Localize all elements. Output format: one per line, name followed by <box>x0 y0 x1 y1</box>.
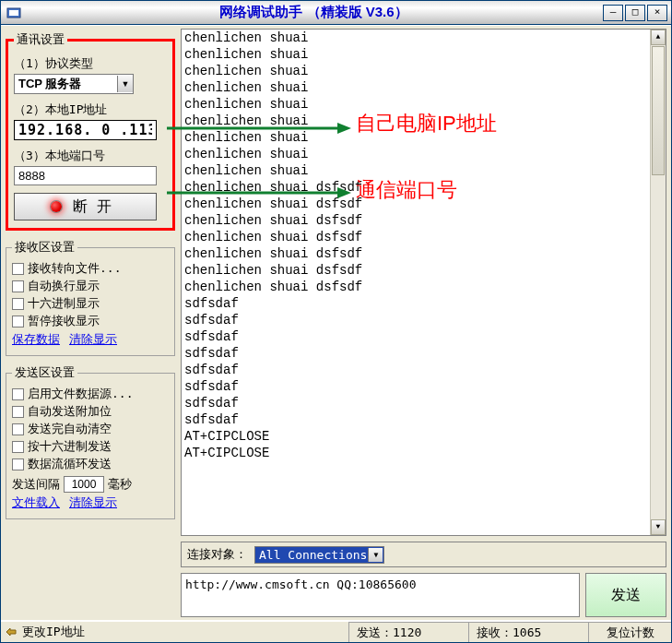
right-panel: chenlichen shuai chenlichen shuai chenli… <box>181 29 666 617</box>
load-file-link[interactable]: 文件载入 <box>12 494 60 511</box>
pause-recv-checkbox[interactable]: 暂停接收显示 <box>12 313 169 329</box>
send-settings-group: 发送区设置 启用文件数据源... 自动发送附加位 发送完自动清空 按十六进制发送… <box>6 364 175 519</box>
connection-target-select[interactable]: All Connections <box>254 546 384 564</box>
disconnect-label: 断开 <box>73 197 121 217</box>
scrollbar[interactable]: ▲ ▼ <box>650 30 666 535</box>
interval-label-pre: 发送间隔 <box>12 476 60 493</box>
local-port-input[interactable] <box>14 166 157 185</box>
interval-input[interactable] <box>64 476 104 493</box>
window-title: 网络调试助手 （精装版 V3.6） <box>25 4 603 21</box>
client-area: 通讯设置 （1）协议类型 TCP 服务器 ▼ （2）本地IP地址 （3）本地端口… <box>1 25 671 620</box>
maximize-button[interactable]: □ <box>625 5 645 21</box>
scroll-thumb[interactable] <box>652 46 665 175</box>
dropdown-arrow-icon: ▼ <box>117 76 133 92</box>
protocol-value: TCP 服务器 <box>18 76 81 92</box>
hex-display-checkbox[interactable]: 十六进制显示 <box>12 295 169 312</box>
auto-wrap-checkbox[interactable]: 自动换行显示 <box>12 278 169 294</box>
hex-send-checkbox[interactable]: 按十六进制发送 <box>12 438 169 455</box>
comm-settings-title: 通讯设置 <box>14 31 67 48</box>
titlebar: 网络调试助手 （精装版 V3.6） – □ × <box>1 1 671 25</box>
send-settings-title: 发送区设置 <box>12 364 77 381</box>
status-rx: 接收：1065 <box>468 622 588 642</box>
close-button[interactable]: × <box>647 5 667 21</box>
receive-textarea[interactable]: chenlichen shuai chenlichen shuai chenli… <box>181 29 666 536</box>
recv-to-file-checkbox[interactable]: 接收转向文件... <box>12 260 169 277</box>
interval-label-post: 毫秒 <box>108 476 132 493</box>
hand-icon <box>5 625 18 638</box>
auto-clear-checkbox[interactable]: 发送完自动清空 <box>12 421 169 437</box>
file-source-checkbox[interactable]: 启用文件数据源... <box>12 386 169 402</box>
connection-target-row: 连接对象： All Connections <box>181 542 666 567</box>
status-change-ip[interactable]: 更改IP地址 <box>1 624 348 640</box>
local-ip-input[interactable] <box>14 120 157 140</box>
clear-recv-link[interactable]: 清除显示 <box>69 331 117 348</box>
comm-settings-group: 通讯设置 （1）协议类型 TCP 服务器 ▼ （2）本地IP地址 （3）本地端口… <box>6 31 175 231</box>
left-panel: 通讯设置 （1）协议类型 TCP 服务器 ▼ （2）本地IP地址 （3）本地端口… <box>4 29 177 617</box>
svg-rect-1 <box>9 10 18 16</box>
clear-send-link[interactable]: 清除显示 <box>69 494 117 511</box>
local-ip-label: （2）本地IP地址 <box>14 101 167 118</box>
statusbar: 更改IP地址 发送：1120 接收：1065 复位计数 <box>1 620 671 642</box>
minimize-button[interactable]: – <box>603 5 623 21</box>
protocol-label: （1）协议类型 <box>14 55 167 72</box>
scroll-up-button[interactable]: ▲ <box>651 30 666 45</box>
reset-counter-button[interactable]: 复位计数 <box>588 622 671 642</box>
send-input[interactable]: http://www.cmsoft.cn QQ:10865600 <box>181 573 580 617</box>
save-data-link[interactable]: 保存数据 <box>12 331 60 348</box>
loop-send-checkbox[interactable]: 数据流循环发送 <box>12 456 169 472</box>
app-icon <box>6 6 21 20</box>
auto-append-checkbox[interactable]: 自动发送附加位 <box>12 403 169 420</box>
protocol-select[interactable]: TCP 服务器 ▼ <box>14 74 134 94</box>
disconnect-button[interactable]: 断开 <box>14 193 157 220</box>
receive-settings-title: 接收区设置 <box>12 239 77 256</box>
local-port-label: （3）本地端口号 <box>14 148 167 164</box>
status-tx: 发送：1120 <box>348 622 468 642</box>
receive-settings-group: 接收区设置 接收转向文件... 自动换行显示 十六进制显示 暂停接收显示 保存数… <box>6 239 175 356</box>
scroll-down-button[interactable]: ▼ <box>651 519 666 535</box>
connection-status-icon <box>51 201 62 212</box>
app-window: 网络调试助手 （精装版 V3.6） – □ × 通讯设置 （1）协议类型 TCP… <box>0 0 672 643</box>
send-button[interactable]: 发送 <box>585 573 666 617</box>
connection-target-label: 连接对象： <box>187 546 247 563</box>
